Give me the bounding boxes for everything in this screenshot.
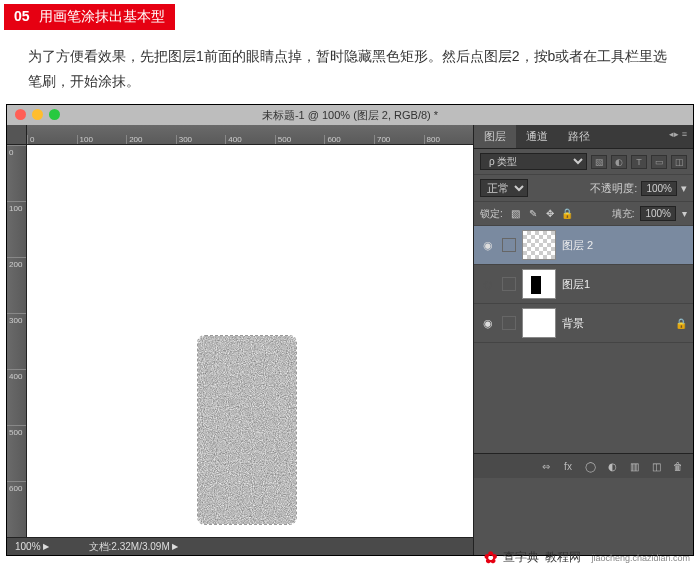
ruler-tick: 100 <box>7 201 26 257</box>
ruler-corner <box>7 125 27 145</box>
new-layer-icon[interactable]: ◫ <box>647 458 665 474</box>
ruler-tick: 0 <box>27 135 77 144</box>
ruler-horizontal[interactable]: 0 100 200 300 400 500 600 700 800 <box>27 125 473 145</box>
ruler-tick: 300 <box>7 313 26 369</box>
fill-value[interactable]: 100% <box>640 206 676 221</box>
link-column[interactable] <box>502 238 516 252</box>
status-bar: 100% ▶ 文档: 2.32M/3.09M ▶ <box>7 537 473 555</box>
opacity-arrow-icon[interactable]: ▾ <box>681 182 687 195</box>
watermark-brand: 查字典 <box>503 549 539 566</box>
link-column[interactable] <box>502 316 516 330</box>
ruler-tick: 800 <box>424 135 474 144</box>
close-button[interactable] <box>15 109 26 120</box>
doc-arrow-icon[interactable]: ▶ <box>172 542 178 551</box>
zoom-level[interactable]: 100% <box>15 541 41 552</box>
ruler-tick: 300 <box>176 135 226 144</box>
watermark-logo-icon: ✿ <box>484 548 497 567</box>
opacity-value[interactable]: 100% <box>641 181 677 196</box>
lock-icons: ▧ ✎ ✥ 🔒 <box>509 207 574 221</box>
lock-icon: 🔒 <box>675 318 687 329</box>
layer-thumbnail[interactable] <box>522 269 556 299</box>
opacity-label: 不透明度: <box>590 181 637 196</box>
watermark-url: jiaocheng.chazidian.com <box>591 553 690 563</box>
step-header: 05 用画笔涂抹出基本型 <box>4 4 175 30</box>
ruler-tick: 600 <box>324 135 374 144</box>
filter-type-select[interactable]: ρ 类型 <box>480 153 587 170</box>
doc-size: 2.32M/3.09M <box>111 541 169 552</box>
blend-row: 正常 不透明度: 100% ▾ <box>474 175 693 202</box>
layer-thumbnail[interactable] <box>522 308 556 338</box>
layer-item[interactable]: ◉ 背景 🔒 <box>474 304 693 343</box>
lock-brush-icon[interactable]: ✎ <box>526 207 540 221</box>
filter-pixel-icon[interactable]: ▧ <box>591 155 607 169</box>
zoom-arrow-icon[interactable]: ▶ <box>43 542 49 551</box>
step-title: 用画笔涂抹出基本型 <box>39 8 165 24</box>
layer-item[interactable]: ◉ 图层 2 <box>474 226 693 265</box>
filter-smart-icon[interactable]: ◫ <box>671 155 687 169</box>
filter-row: ρ 类型 ▧ ◐ T ▭ ◫ <box>474 149 693 175</box>
link-layers-icon[interactable]: ⇔ <box>537 458 555 474</box>
visibility-toggle[interactable]: ◉ <box>480 278 496 291</box>
canvas-area: 0 100 200 300 400 500 600 700 800 0 100 … <box>7 125 473 555</box>
lock-label: 锁定: <box>480 207 503 221</box>
step-number: 05 <box>14 8 30 24</box>
ruler-tick: 400 <box>225 135 275 144</box>
visibility-toggle[interactable]: ◉ <box>480 239 496 252</box>
minimize-button[interactable] <box>32 109 43 120</box>
ruler-tick: 200 <box>7 257 26 313</box>
panel-bottom-bar: ⇔ fx ◯ ◐ ▥ ◫ 🗑 <box>474 453 693 478</box>
lock-all-icon[interactable]: 🔒 <box>560 207 574 221</box>
filter-text-icon[interactable]: T <box>631 155 647 169</box>
fill-label: 填充: <box>612 207 635 221</box>
panel-tabs: 图层 通道 路径 ◂▸ ≡ <box>474 125 693 149</box>
document-titlebar: 未标题-1 @ 100% (图层 2, RGB/8) * <box>7 105 693 125</box>
visibility-toggle[interactable]: ◉ <box>480 317 496 330</box>
ruler-vertical[interactable]: 0 100 200 300 400 500 600 <box>7 145 27 537</box>
link-column[interactable] <box>502 277 516 291</box>
canvas[interactable] <box>27 145 473 537</box>
watermark-suffix: 教程网 <box>545 549 581 566</box>
doc-label: 文档: <box>89 540 112 554</box>
ruler-tick: 0 <box>7 145 26 201</box>
fill-arrow-icon[interactable]: ▾ <box>682 208 687 219</box>
fx-icon[interactable]: fx <box>559 458 577 474</box>
group-icon[interactable]: ▥ <box>625 458 643 474</box>
ruler-tick: 500 <box>7 425 26 481</box>
delete-icon[interactable]: 🗑 <box>669 458 687 474</box>
instruction-text: 为了方便看效果，先把图层1前面的眼睛点掉，暂时隐藏黑色矩形。然后点图层2，按b或… <box>28 44 672 94</box>
ruler-tick: 100 <box>77 135 127 144</box>
lock-row: 锁定: ▧ ✎ ✥ 🔒 填充: 100% ▾ <box>474 202 693 226</box>
ruler-tick: 200 <box>126 135 176 144</box>
mask-icon[interactable]: ◯ <box>581 458 599 474</box>
ruler-tick: 400 <box>7 369 26 425</box>
panel-menu-icon[interactable]: ◂▸ ≡ <box>663 125 693 148</box>
maximize-button[interactable] <box>49 109 60 120</box>
filter-adjust-icon[interactable]: ◐ <box>611 155 627 169</box>
layer-thumbnail[interactable] <box>522 230 556 260</box>
filter-shape-icon[interactable]: ▭ <box>651 155 667 169</box>
mac-traffic-lights <box>15 109 60 120</box>
tab-channels[interactable]: 通道 <box>516 125 558 148</box>
layers-panel: 图层 通道 路径 ◂▸ ≡ ρ 类型 ▧ ◐ T ▭ ◫ 正常 不透明度: <box>473 125 693 555</box>
brushed-shape <box>197 335 297 525</box>
photoshop-body: 0 100 200 300 400 500 600 700 800 0 100 … <box>7 125 693 555</box>
adjustment-icon[interactable]: ◐ <box>603 458 621 474</box>
tab-paths[interactable]: 路径 <box>558 125 600 148</box>
layer-item[interactable]: ◉ 图层1 <box>474 265 693 304</box>
lock-transparent-icon[interactable]: ▧ <box>509 207 523 221</box>
ruler-tick: 600 <box>7 481 26 537</box>
layer-name[interactable]: 图层 2 <box>562 238 687 253</box>
photoshop-window: 未标题-1 @ 100% (图层 2, RGB/8) * 0 100 200 3… <box>6 104 694 556</box>
layer-name[interactable]: 背景 <box>562 316 669 331</box>
blend-mode-select[interactable]: 正常 <box>480 179 528 197</box>
tab-layers[interactable]: 图层 <box>474 125 516 148</box>
ruler-tick: 500 <box>275 135 325 144</box>
lock-move-icon[interactable]: ✥ <box>543 207 557 221</box>
ruler-tick: 700 <box>374 135 424 144</box>
layers-list: ◉ 图层 2 ◉ 图层1 ◉ 背景 🔒 <box>474 226 693 343</box>
watermark: ✿ 查字典 教程网 jiaocheng.chazidian.com <box>484 548 690 567</box>
layer-name[interactable]: 图层1 <box>562 277 687 292</box>
